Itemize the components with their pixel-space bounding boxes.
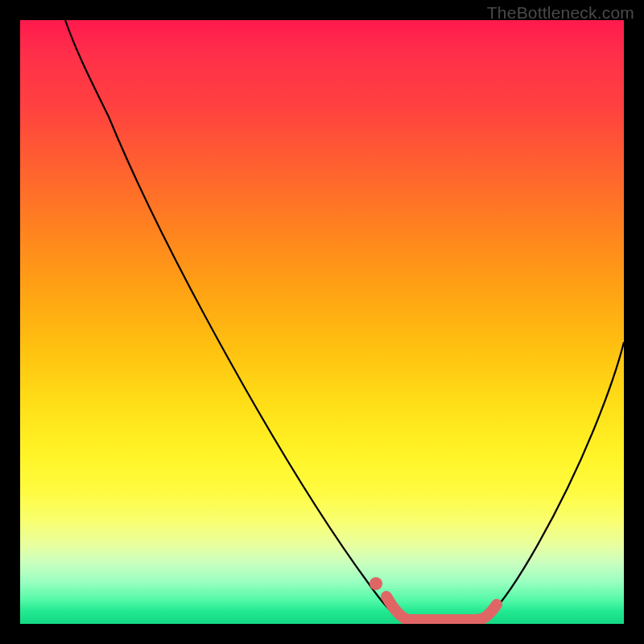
optimal-zone-highlight <box>386 597 497 620</box>
watermark-text: TheBottleneck.com <box>487 3 634 23</box>
plot-area <box>20 20 624 624</box>
chart-frame: TheBottleneck.com <box>0 0 644 644</box>
bottleneck-curve-left <box>65 20 403 620</box>
bottleneck-curve-right <box>484 342 624 620</box>
optimal-dot <box>369 577 382 590</box>
chart-svg <box>20 20 624 624</box>
